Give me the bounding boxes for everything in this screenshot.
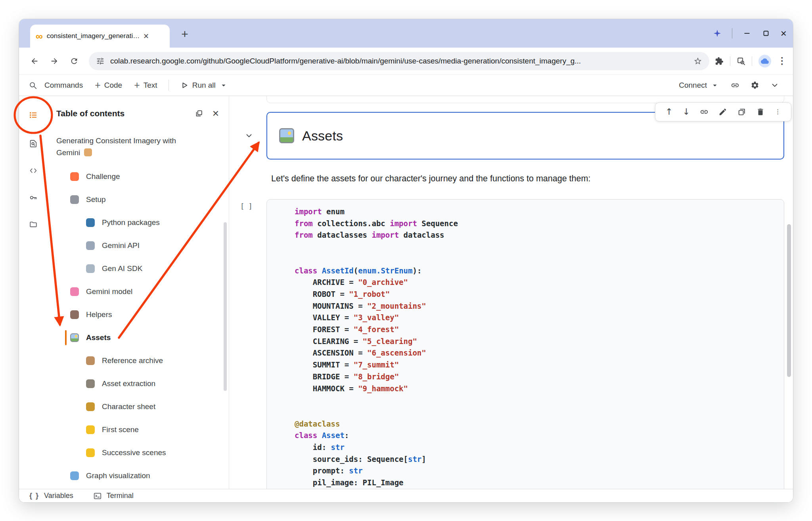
find-and-replace-button[interactable] — [25, 135, 42, 152]
tab-close-icon[interactable]: × — [144, 32, 149, 41]
browser-tab[interactable]: ∞ consistent_imagery_generation × — [30, 25, 170, 48]
notebook-scrollbar[interactable] — [787, 224, 791, 377]
code-line: ARCHIVE = "0_archive" — [295, 277, 784, 288]
toc-list: Generating Consistent Imagery with Gemin… — [48, 130, 229, 489]
asterisk-icon — [70, 195, 79, 204]
page-search-icon[interactable] — [737, 57, 745, 65]
move-cell-up-button[interactable]: ↑ — [665, 108, 672, 116]
framed-picture-icon — [279, 128, 294, 143]
table-of-contents-button[interactable] — [25, 106, 42, 124]
commands-button[interactable]: Commands — [40, 77, 88, 94]
toc-item-reference-archive[interactable]: Reference archive — [48, 349, 229, 372]
toc-item-label: Successive scenes — [102, 448, 166, 457]
divider — [169, 80, 169, 91]
robot-icon — [86, 264, 95, 273]
toc-scrollbar[interactable] — [224, 222, 227, 391]
toc-item-graph-visualization[interactable]: Graph visualization — [48, 464, 229, 487]
toc-item-label: Asset extraction — [102, 379, 155, 388]
toc-item-gemini-api[interactable]: Gemini API — [48, 234, 229, 257]
toc-item-asset-extraction[interactable]: Asset extraction — [48, 372, 229, 395]
extensions-icon[interactable] — [715, 57, 724, 65]
run-all-label: Run all — [192, 81, 216, 90]
toc-item-label: Gen AI SDK — [102, 264, 142, 273]
back-button[interactable] — [25, 52, 44, 70]
toc-item-label: Setup — [86, 195, 106, 204]
tab-title: consistent_imagery_generation — [47, 32, 140, 40]
left-icon-rail — [19, 96, 48, 489]
code-editor: import enumfrom collections.abc import S… — [267, 200, 784, 489]
close-panel-icon[interactable]: × — [207, 105, 224, 122]
toc-item-first-scene[interactable]: First scene — [48, 418, 229, 441]
code-snippets-button[interactable] — [25, 162, 42, 179]
minimize-button[interactable] — [743, 29, 751, 38]
move-cell-down-button[interactable]: ↓ — [683, 108, 690, 116]
bookmark-star-icon[interactable] — [693, 57, 702, 65]
collapse-section-chevron[interactable] — [242, 129, 256, 143]
window-controls: × — [713, 19, 787, 48]
toc-item-setup[interactable]: Setup — [48, 188, 229, 211]
toc-item-gemini-model[interactable]: Gemini model — [48, 280, 229, 303]
toc-item-gen-ai-sdk[interactable]: Gen AI SDK — [48, 257, 229, 280]
code-line: class AssetId(enum.StrEnum): — [295, 265, 784, 277]
magic-wand-icon — [86, 402, 95, 411]
more-cell-actions-button[interactable]: ⋮ — [775, 109, 781, 115]
divider — [732, 28, 732, 38]
code-line: class Asset: — [295, 430, 784, 442]
code-cell[interactable]: import enumfrom collections.abc import S… — [266, 199, 784, 489]
collapse-toolbar-icon[interactable] — [766, 77, 783, 94]
execution-indicator[interactable]: [ ] — [240, 202, 253, 210]
terminal-button[interactable]: Terminal — [107, 492, 134, 500]
add-text-label: Text — [144, 81, 157, 90]
file-browser-button[interactable] — [25, 216, 42, 233]
code-line: from collections.abc import Sequence — [295, 218, 784, 230]
address-bar[interactable]: colab.research.google.com/github/GoogleC… — [89, 52, 709, 70]
cell-toolbar: ↑↓⋮ — [655, 102, 791, 121]
markdown-text-cell[interactable]: Let's define the assets for our characte… — [271, 174, 590, 184]
toc-item-successive-scenes[interactable]: Successive scenes — [48, 441, 229, 464]
paperclip-icon — [86, 241, 95, 250]
site-info-icon[interactable] — [96, 57, 105, 65]
code-line — [295, 241, 784, 253]
code-line: from dataclasses import dataclass — [295, 229, 784, 241]
copy-cell-link-button[interactable] — [700, 108, 709, 116]
toc-item-character-sheet[interactable]: Character sheet — [48, 395, 229, 418]
tab-strip: ∞ consistent_imagery_generation × + × — [19, 19, 793, 48]
toc-item-python-packages[interactable]: Python packages — [48, 211, 229, 234]
reload-button[interactable] — [65, 52, 83, 70]
framed-picture-icon — [70, 333, 79, 342]
section-title: Assets — [302, 128, 343, 144]
code-line: source_ids: Sequence[str] — [295, 454, 784, 465]
new-tab-button[interactable]: + — [176, 25, 193, 43]
toc-item-label: Assets — [86, 333, 111, 342]
toc-item-label: Generating Consistent Imagery with Gemin… — [56, 136, 176, 157]
forward-button[interactable] — [45, 52, 63, 70]
secrets-button[interactable] — [25, 189, 42, 206]
toc-item-challenge[interactable]: Challenge — [48, 165, 229, 188]
code-line: ROBOT = "1_robot" — [295, 288, 784, 300]
edit-cell-button[interactable] — [718, 108, 727, 116]
toc-header: Table of contents × — [48, 105, 229, 122]
sparkle-icon[interactable] — [713, 29, 722, 38]
add-code-button[interactable]: + Code — [90, 77, 127, 94]
variables-button[interactable]: Variables — [44, 492, 73, 500]
package-icon — [86, 356, 95, 365]
close-window-button[interactable]: × — [781, 28, 787, 38]
open-in-tab-icon[interactable] — [191, 105, 207, 122]
caret-down-icon — [219, 81, 228, 90]
toc-item-helpers[interactable]: Helpers — [48, 303, 229, 326]
delete-cell-button[interactable] — [756, 108, 765, 116]
connect-button[interactable]: Connect — [674, 77, 724, 94]
toc-item-generating-consistent-imagery-with-gemini[interactable]: Generating Consistent Imagery with Gemin… — [48, 130, 229, 165]
toc-item-assets[interactable]: Assets — [48, 326, 229, 349]
sparkles-icon — [86, 425, 95, 434]
run-all-button[interactable]: Run all — [175, 77, 233, 94]
profile-avatar[interactable] — [758, 55, 771, 67]
code-line: prompt: str — [295, 465, 784, 477]
maximize-button[interactable] — [762, 29, 770, 38]
mirror-cell-button[interactable] — [737, 108, 746, 116]
share-link-icon[interactable] — [726, 77, 744, 94]
intro-text: Let's define the assets for our characte… — [271, 174, 590, 183]
settings-gear-icon[interactable] — [746, 77, 764, 94]
browser-menu-icon[interactable]: ⋮ — [778, 56, 787, 65]
add-text-button[interactable]: + Text — [129, 77, 162, 94]
